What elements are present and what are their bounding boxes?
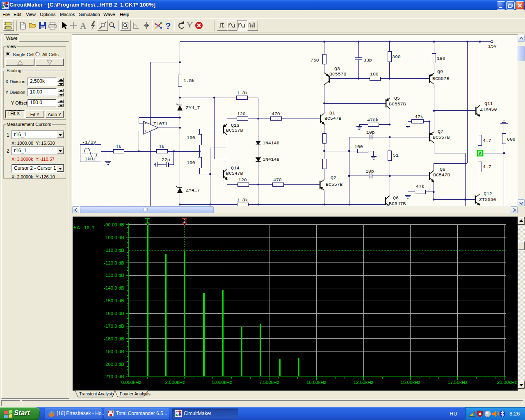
svg-text:Transient Analysis: Transient Analysis — [79, 391, 114, 396]
svg-text:4.7: 4.7 — [483, 138, 491, 143]
svg-text:7.500kHz: 7.500kHz — [259, 380, 279, 385]
svg-text:BC557B: BC557B — [226, 128, 243, 133]
svg-text:Q14: Q14 — [231, 165, 240, 171]
svg-text:0.000kHz: 0.000kHz — [121, 380, 142, 385]
svg-text:Q5: Q5 — [394, 96, 400, 101]
svg-text:1N4148: 1N4148 — [262, 157, 280, 162]
svg-text:ZY4_7: ZY4_7 — [186, 105, 200, 110]
svg-text:Q9: Q9 — [437, 69, 443, 74]
svg-text:20.00kHz: 20.00kHz — [497, 380, 517, 385]
svg-text:2: 2 — [183, 219, 186, 224]
svg-text:750: 750 — [310, 57, 319, 63]
svg-text:600: 600 — [507, 137, 516, 142]
svg-text:1.8k: 1.8k — [237, 197, 248, 203]
svg-text:-90.00 dB: -90.00 dB — [104, 222, 124, 227]
svg-text:A: r16_1: A: r16_1 — [77, 225, 94, 230]
svg-text:470k: 470k — [367, 117, 379, 123]
svg-text:BC557B: BC557B — [326, 182, 343, 187]
svg-text:10.00kHz: 10.00kHz — [306, 380, 326, 385]
svg-text:180: 180 — [437, 56, 445, 61]
svg-text:2.500kHz: 2.500kHz — [165, 380, 185, 385]
svg-text:A: A — [479, 151, 482, 156]
svg-text:-150.0 dB: -150.0 dB — [104, 298, 124, 303]
svg-text:1kHz: 1kHz — [84, 156, 96, 162]
svg-text:390: 390 — [392, 54, 401, 59]
svg-text:120: 120 — [238, 177, 247, 183]
svg-text:BC557B: BC557B — [329, 71, 347, 77]
svg-text:Q7: Q7 — [438, 129, 443, 134]
svg-text:1N4148: 1N4148 — [262, 140, 280, 146]
svg-text:TL071: TL071 — [153, 121, 168, 126]
svg-text:BC547B: BC547B — [433, 172, 450, 178]
svg-text:10p: 10p — [365, 169, 374, 174]
svg-text:1.5k: 1.5k — [183, 78, 195, 83]
svg-text:470: 470 — [273, 177, 282, 183]
svg-text:-160.0 dB: -160.0 dB — [104, 311, 124, 316]
svg-text:33p: 33p — [363, 57, 372, 63]
svg-text:51: 51 — [393, 153, 399, 158]
svg-text:-100.0 dB: -100.0 dB — [104, 235, 124, 240]
svg-text:ZTX450: ZTX450 — [480, 107, 497, 112]
svg-text:100: 100 — [187, 135, 195, 140]
svg-text:12.50kHz: 12.50kHz — [354, 380, 374, 385]
svg-text:-200.0 dB: -200.0 dB — [104, 362, 124, 367]
svg-text:-170.0 dB: -170.0 dB — [104, 324, 124, 329]
svg-text:47k: 47k — [416, 184, 425, 189]
svg-text:Q11: Q11 — [484, 101, 493, 106]
svg-text:Q6: Q6 — [393, 195, 399, 201]
svg-text:-1/1V: -1/1V — [82, 139, 96, 145]
svg-text:17.50kHz: 17.50kHz — [447, 380, 468, 385]
svg-text:-210.0 dB: -210.0 dB — [104, 374, 124, 379]
svg-text:5.000kHz: 5.000kHz — [212, 380, 232, 385]
svg-text:15V: 15V — [488, 43, 497, 49]
svg-text:BC547B: BC547B — [324, 116, 342, 121]
svg-text:120: 120 — [237, 111, 246, 116]
svg-text:-190.0 dB: -190.0 dB — [104, 349, 124, 354]
svg-text:1k: 1k — [159, 144, 164, 149]
svg-text:BC547B: BC547B — [389, 201, 406, 206]
svg-text:1: 1 — [146, 219, 149, 224]
svg-text:-140.0 dB: -140.0 dB — [104, 285, 124, 290]
svg-text:ZY4_7: ZY4_7 — [186, 187, 200, 193]
svg-text:100: 100 — [187, 160, 195, 165]
svg-text:470: 470 — [272, 111, 280, 116]
svg-text:22p: 22p — [162, 157, 170, 162]
svg-text:BC547B: BC547B — [226, 171, 243, 176]
svg-text:47k: 47k — [415, 114, 423, 119]
svg-text:100: 100 — [354, 144, 363, 149]
svg-text:ZTX550: ZTX550 — [479, 197, 496, 202]
svg-text:Q3: Q3 — [334, 66, 340, 71]
svg-text:?: ? — [165, 21, 171, 31]
svg-text:1.8k: 1.8k — [237, 90, 248, 96]
svg-text:Q8: Q8 — [440, 167, 445, 172]
svg-text:Fourier Analysis: Fourier Analysis — [120, 391, 151, 396]
svg-text:-180.0 dB: -180.0 dB — [104, 336, 124, 341]
svg-text:Q1: Q1 — [329, 110, 335, 116]
svg-text:-130.0 dB: -130.0 dB — [104, 273, 124, 278]
svg-text:10p: 10p — [366, 130, 375, 135]
svg-text:BC557B: BC557B — [433, 135, 450, 140]
svg-text:-120.0 dB: -120.0 dB — [104, 260, 124, 265]
svg-text:15.00kHz: 15.00kHz — [401, 380, 421, 385]
svg-text:100: 100 — [370, 71, 379, 77]
svg-text:4.7: 4.7 — [483, 164, 491, 169]
svg-text:A: A — [80, 21, 87, 31]
svg-text:BC557B: BC557B — [432, 76, 450, 81]
svg-text:Q2: Q2 — [331, 175, 336, 180]
svg-text:Q12: Q12 — [484, 191, 492, 196]
svg-text:BC557B: BC557B — [389, 101, 406, 107]
svg-text:-110.0 dB: -110.0 dB — [104, 248, 124, 253]
svg-text:1k: 1k — [116, 144, 121, 149]
